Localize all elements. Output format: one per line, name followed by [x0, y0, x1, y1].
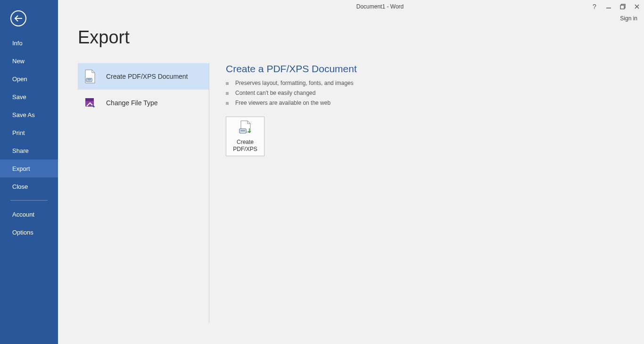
svg-rect-1 — [620, 5, 624, 9]
bullet-item: Free viewers are available on the web — [226, 98, 625, 108]
nav-label: New — [12, 58, 25, 65]
nav-export[interactable]: Export — [0, 159, 58, 177]
nav-info[interactable]: Info — [0, 34, 58, 52]
window-title-text: Document1 - Word — [356, 3, 404, 10]
close-icon — [634, 4, 640, 9]
restore-icon — [620, 4, 626, 9]
vertical-divider — [209, 63, 209, 323]
nav-label: Account — [12, 211, 34, 218]
nav-separator — [10, 200, 48, 201]
nav-close[interactable]: Close — [0, 177, 58, 195]
close-button[interactable] — [630, 0, 644, 13]
window-title: Document1 - Word — [116, 0, 644, 13]
sign-in-link[interactable]: Sign in — [619, 13, 638, 24]
detail-title: Create a PDF/XPS Document — [226, 63, 625, 75]
pdf-document-icon — [83, 69, 97, 84]
nav-label: Export — [12, 165, 30, 172]
bullet-item: Preserves layout, formatting, fonts, and… — [226, 78, 625, 88]
nav-save[interactable]: Save — [0, 88, 58, 106]
restore-button[interactable] — [616, 0, 630, 13]
pdf-export-icon — [239, 120, 251, 136]
minimize-button[interactable] — [602, 0, 616, 13]
sign-in-label: Sign in — [620, 15, 637, 22]
nav-label: Close — [12, 183, 28, 190]
export-options: Create PDF/XPS Document Change File Type — [78, 63, 209, 116]
nav-options[interactable]: Options — [0, 223, 58, 241]
button-label: Create PDF/XPS — [233, 139, 257, 153]
nav-label: Save — [12, 93, 26, 101]
nav-label: Print — [12, 129, 25, 136]
option-label: Create PDF/XPS Document — [106, 73, 188, 80]
nav-account[interactable]: Account — [0, 205, 58, 223]
help-icon: ? — [593, 3, 596, 10]
minimize-icon — [606, 4, 611, 9]
nav-label: Share — [12, 147, 29, 154]
option-create-pdf-xps[interactable]: Create PDF/XPS Document — [78, 63, 209, 90]
help-button[interactable]: ? — [587, 0, 602, 13]
nav-label: Save As — [12, 111, 35, 118]
nav-print[interactable]: Print — [0, 124, 58, 142]
option-label: Change File Type — [106, 99, 157, 107]
create-pdf-xps-button[interactable]: Create PDF/XPS — [226, 117, 264, 156]
back-button[interactable] — [10, 10, 26, 26]
nav-label: Options — [12, 229, 33, 236]
nav-label: Open — [12, 76, 27, 83]
nav-saveas[interactable]: Save As — [0, 106, 58, 124]
main-content: Document1 - Word ? Sign in Export Cre — [58, 0, 644, 344]
backstage-sidebar: Info New Open Save Save As Print Share E… — [0, 0, 58, 344]
window-controls: ? — [587, 0, 644, 13]
arrow-left-icon — [14, 15, 23, 22]
page-title: Export — [78, 27, 130, 48]
detail-bullets: Preserves layout, formatting, fonts, and… — [226, 78, 625, 108]
bullet-item: Content can't be easily changed — [226, 88, 625, 98]
export-detail: Create a PDF/XPS Document Preserves layo… — [226, 63, 625, 156]
svg-rect-4 — [85, 98, 94, 101]
nav-label: Info — [12, 40, 23, 47]
nav-open[interactable]: Open — [0, 70, 58, 88]
option-change-file-type[interactable]: Change File Type — [78, 90, 209, 116]
nav-new[interactable]: New — [0, 52, 58, 70]
nav-share[interactable]: Share — [0, 142, 58, 159]
change-filetype-icon — [83, 95, 97, 110]
